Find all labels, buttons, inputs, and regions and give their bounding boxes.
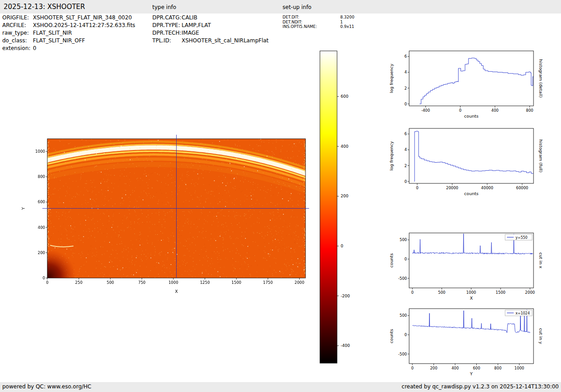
svg-text:1000: 1000: [515, 366, 525, 370]
svg-text:0: 0: [43, 276, 45, 280]
info-value: 0: [33, 45, 36, 52]
svg-text:60000: 60000: [516, 186, 528, 190]
setup-info-section-label: set-up info: [283, 4, 311, 10]
info-row: DPR.TYPE:LAMP,FLAT: [152, 22, 269, 29]
svg-text:4: 4: [405, 147, 407, 152]
svg-text:-500: -500: [398, 352, 407, 356]
detector-image-axes: 0250500750100012501500175020000200400600…: [18, 128, 333, 301]
footer-credit-qc: powered by QC: www.eso.org/HC: [2, 383, 91, 390]
svg-text:400: 400: [341, 144, 348, 149]
info-label: DET.NDIT:: [283, 20, 340, 25]
svg-text:400: 400: [452, 366, 459, 370]
svg-text:histogram (detail): histogram (detail): [538, 59, 543, 97]
svg-text:2: 2: [405, 164, 407, 168]
info-row: DET.DIT:8.3200: [283, 15, 355, 20]
svg-text:1000: 1000: [35, 149, 45, 154]
svg-text:x=1024: x=1024: [515, 311, 530, 315]
info-value: XSHOOTER_SLT_FLAT_NIR_348_0020: [33, 14, 132, 22]
info-row: INS.OPTI5.NAME:0.9x11: [283, 24, 355, 29]
svg-text:1750: 1750: [263, 280, 273, 285]
svg-text:500: 500: [438, 290, 445, 295]
info-label: DET.DIT:: [283, 15, 340, 20]
info-row: ORIGFILE:XSHOOTER_SLT_FLAT_NIR_348_0020: [2, 14, 135, 22]
svg-text:2: 2: [405, 86, 407, 91]
svg-text:1500: 1500: [232, 280, 242, 285]
svg-text:0: 0: [405, 257, 407, 261]
svg-text:X: X: [175, 289, 178, 294]
info-row: ARCFILE:XSHOO.2025-12-14T12:27:52.633.fi…: [2, 22, 135, 29]
qc-report-page: 2025-12-13: XSHOOTER type info set-up in…: [0, 0, 561, 392]
info-label: raw_type:: [2, 29, 33, 37]
svg-text:0: 0: [459, 108, 461, 113]
info-label: DPR.CATG:: [152, 14, 182, 22]
info-value: IMAGE: [182, 29, 199, 37]
svg-text:600: 600: [341, 94, 348, 99]
svg-text:0: 0: [411, 290, 413, 295]
svg-text:1500: 1500: [496, 290, 506, 295]
svg-text:750: 750: [138, 280, 146, 285]
svg-text:500: 500: [400, 237, 407, 242]
svg-text:400: 400: [491, 108, 498, 113]
info-label: DPR.TYPE:: [152, 22, 182, 29]
file-info-column: ORIGFILE:XSHOOTER_SLT_FLAT_NIR_348_0020A…: [2, 14, 135, 52]
info-row: DPR.CATG:CALIB: [152, 14, 269, 22]
info-row: raw_type:FLAT_SLIT_NIR: [2, 29, 135, 37]
svg-text:-400: -400: [421, 108, 430, 113]
info-label: DPR.TECH:: [152, 29, 182, 37]
histogram-detail-plot: -40004008000246countslog frequencyhistog…: [385, 47, 561, 131]
svg-text:0: 0: [405, 179, 407, 184]
svg-text:2000: 2000: [525, 290, 535, 295]
svg-text:6: 6: [405, 132, 407, 136]
svg-text:4: 4: [405, 70, 407, 74]
svg-text:0: 0: [405, 102, 407, 106]
svg-text:-500: -500: [398, 276, 407, 281]
svg-text:y=550: y=550: [515, 236, 528, 240]
svg-text:0: 0: [46, 280, 48, 285]
svg-text:600: 600: [473, 366, 480, 370]
svg-text:200: 200: [430, 366, 437, 370]
type-info-section-label: type info: [152, 4, 176, 10]
histogram-full-plot: 02000040000600000246countslog frequencyh…: [385, 125, 561, 208]
info-row: do_class:FLAT_SLIT_NIR_OFF: [2, 37, 135, 45]
svg-text:0: 0: [411, 366, 413, 370]
info-label: INS.OPTI5.NAME:: [283, 24, 340, 29]
svg-text:0: 0: [341, 244, 343, 248]
svg-text:200: 200: [38, 251, 45, 255]
info-value: 8.3200: [340, 15, 355, 20]
svg-text:counts: counts: [464, 191, 479, 196]
page-title: 2025-12-13: XSHOOTER: [4, 3, 85, 11]
type-info-column: DPR.CATG:CALIBDPR.TYPE:LAMP,FLATDPR.TECH…: [152, 14, 269, 45]
info-label: TPL.ID:: [152, 37, 182, 45]
info-value: FLAT_SLIT_NIR: [33, 29, 72, 37]
info-row: DET.NDIT:1: [283, 20, 355, 25]
info-value: CALIB: [182, 14, 197, 22]
svg-text:1000: 1000: [169, 280, 178, 285]
info-value: 0.9x11: [340, 24, 354, 29]
svg-text:400: 400: [38, 225, 45, 230]
svg-text:cut in y: cut in y: [538, 328, 543, 344]
svg-text:250: 250: [75, 280, 82, 285]
cut-in-y-plot: 02004006008001000-5000500Ycountscut in y…: [385, 305, 561, 388]
info-label: extension:: [2, 45, 33, 52]
setup-info-column: DET.DIT:8.3200DET.NDIT:1INS.OPTI5.NAME:0…: [283, 15, 355, 29]
info-value: XSHOO.2025-12-14T12:27:52.633.fits: [33, 22, 135, 29]
info-value: FLAT_SLIT_NIR_OFF: [33, 37, 85, 45]
cut-in-x-plot: 0500100015002000-5000500Xcountscut in xy…: [385, 229, 561, 313]
svg-text:200: 200: [341, 194, 348, 198]
svg-text:log frequency: log frequency: [389, 64, 394, 93]
info-row: DPR.TECH:IMAGE: [152, 29, 269, 37]
info-label: ARCFILE:: [2, 22, 33, 29]
info-label: ORIGFILE:: [2, 14, 33, 22]
info-row: extension:0: [2, 45, 135, 52]
svg-text:0: 0: [416, 186, 418, 190]
svg-text:counts: counts: [389, 253, 394, 268]
svg-text:6: 6: [405, 54, 407, 59]
svg-text:800: 800: [526, 108, 533, 113]
svg-text:500: 500: [400, 313, 407, 318]
svg-text:-400: -400: [341, 343, 350, 348]
svg-text:800: 800: [38, 174, 45, 179]
info-value: 1: [340, 20, 343, 25]
svg-text:1000: 1000: [466, 290, 476, 295]
svg-text:Y: Y: [470, 371, 473, 376]
info-label: do_class:: [2, 37, 33, 45]
